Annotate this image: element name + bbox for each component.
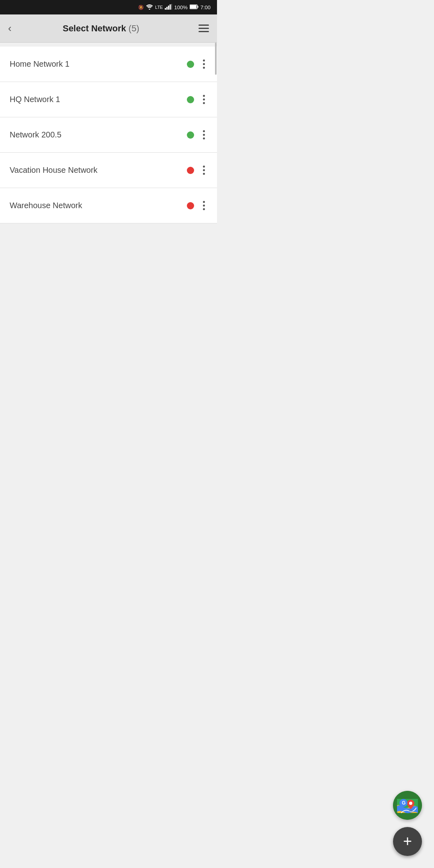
network-item[interactable]: Home Network 1 bbox=[0, 47, 217, 82]
network-item[interactable]: HQ Network 1 bbox=[0, 82, 217, 117]
network-item[interactable]: Vacation House Network bbox=[0, 153, 217, 188]
svg-rect-5 bbox=[171, 4, 172, 10]
battery-percentage: 100% bbox=[174, 4, 187, 10]
menu-button[interactable] bbox=[199, 25, 209, 32]
dot-1 bbox=[203, 201, 205, 203]
network-item[interactable]: Warehouse Network bbox=[0, 188, 217, 223]
menu-line-1 bbox=[199, 25, 209, 26]
dot-3 bbox=[203, 67, 205, 69]
network-item[interactable]: Network 200.5 bbox=[0, 117, 217, 153]
dot-2 bbox=[203, 134, 205, 136]
more-options-button[interactable] bbox=[201, 128, 207, 142]
svg-rect-3 bbox=[168, 6, 169, 10]
signal-icon bbox=[165, 4, 172, 10]
battery-icon bbox=[190, 4, 199, 10]
menu-line-3 bbox=[199, 31, 209, 32]
svg-rect-2 bbox=[166, 7, 168, 10]
status-indicator bbox=[187, 167, 194, 174]
wifi-icon bbox=[146, 4, 153, 10]
status-indicator bbox=[187, 131, 194, 139]
network-name: Vacation House Network bbox=[10, 166, 187, 175]
dot-1 bbox=[203, 130, 205, 132]
mute-icon: 🔕 bbox=[138, 5, 144, 10]
page-title: Select Network (5) bbox=[4, 23, 199, 34]
network-name: Network 200.5 bbox=[10, 130, 187, 139]
time-display: 7:00 bbox=[201, 4, 211, 10]
dot-3 bbox=[203, 173, 205, 175]
more-options-button[interactable] bbox=[201, 163, 207, 177]
more-options-button[interactable] bbox=[201, 92, 207, 106]
page-title-text: Select Network bbox=[63, 23, 126, 33]
dot-2 bbox=[203, 205, 205, 207]
dot-1 bbox=[203, 59, 205, 61]
dot-1 bbox=[203, 95, 205, 97]
more-options-button[interactable] bbox=[201, 199, 207, 213]
status-indicator bbox=[187, 202, 194, 209]
network-name: Home Network 1 bbox=[10, 59, 187, 69]
menu-line-2 bbox=[199, 28, 209, 29]
status-bar: 🔕 LTE 100% bbox=[0, 0, 217, 14]
dot-1 bbox=[203, 166, 205, 168]
dot-3 bbox=[203, 102, 205, 104]
svg-point-0 bbox=[149, 9, 150, 10]
dot-2 bbox=[203, 169, 205, 171]
dot-2 bbox=[203, 63, 205, 65]
top-bar: ‹ Select Network (5) bbox=[0, 14, 217, 43]
lte-icon: LTE bbox=[155, 5, 163, 10]
dot-3 bbox=[203, 137, 205, 139]
status-indicator bbox=[187, 61, 194, 68]
svg-rect-7 bbox=[190, 5, 197, 8]
dot-2 bbox=[203, 98, 205, 100]
network-list: Home Network 1 HQ Network 1 Network 200.… bbox=[0, 47, 217, 223]
svg-rect-4 bbox=[170, 4, 171, 10]
network-name: Warehouse Network bbox=[10, 201, 187, 210]
dot-3 bbox=[203, 208, 205, 210]
status-icons: 🔕 LTE 100% bbox=[138, 4, 211, 10]
network-count: (5) bbox=[129, 23, 139, 33]
svg-rect-8 bbox=[197, 6, 198, 8]
svg-rect-1 bbox=[165, 8, 166, 10]
network-name: HQ Network 1 bbox=[10, 95, 187, 104]
more-options-button[interactable] bbox=[201, 57, 207, 71]
status-indicator bbox=[187, 96, 194, 103]
